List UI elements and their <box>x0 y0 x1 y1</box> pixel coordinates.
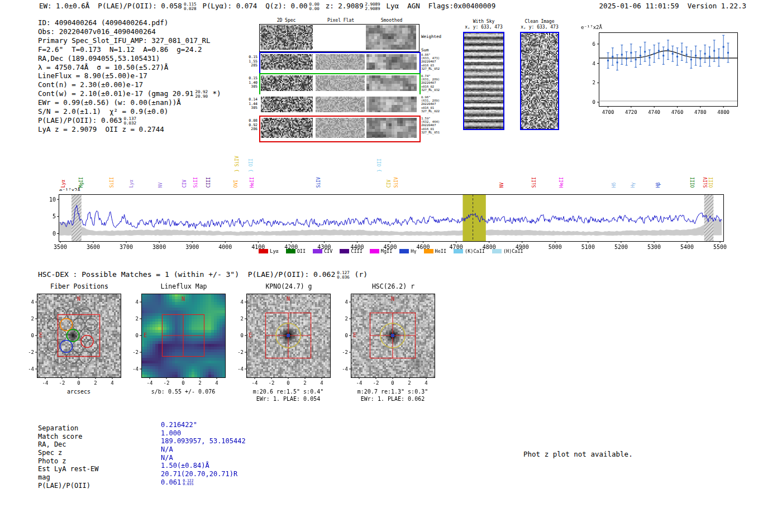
hscdex-match-line: HSC-DEX : Possible Matches = 1 (within +… <box>38 270 368 279</box>
fiber-row <box>259 94 421 117</box>
header-segment: Lyα AGN Flags:0x00400009 <box>387 2 496 10</box>
with-sky-coords: x, y: 633, 473 <box>461 25 506 30</box>
info-line: S/N = 2.0(±1.1) χ² = 0.9(±0.0) <box>38 107 221 116</box>
fiber-pixelflat-image <box>316 75 365 91</box>
match-label: mag <box>38 473 161 481</box>
match-label: Spec z <box>38 449 161 457</box>
cutout-caption: EWr: 1. PLAE: 0.054 <box>241 396 336 403</box>
legend-swatch <box>313 249 322 253</box>
fiber-smoothed-image <box>366 75 417 91</box>
legend-item: Hγ <box>399 248 416 254</box>
match-value: 1.50(±0.84)Å <box>161 462 209 469</box>
lineflux-map-image <box>121 290 228 389</box>
uncertainty-stack: 0.1220.035 <box>183 479 194 486</box>
clean-image-coords: x, y: 633, 473 <box>518 25 561 30</box>
uncertainty-stack: 0.1370.032 <box>124 117 137 125</box>
info-line: Obs: 20220407v016_4090400264 <box>38 27 221 36</box>
uncertainty-stack: 0.000.00 <box>309 2 320 11</box>
header-segment: EW: 1.0±0.6Å P(LAE)/P(OII): 0.0580.1150.… <box>39 2 197 10</box>
fiber-positions-image <box>17 290 124 389</box>
with-sky-title: With Sky <box>461 19 506 25</box>
emission-line-label: } OII <box>249 159 254 172</box>
info-line: Primary Spec_Slot_IFU_AMP: 327_081_017_R… <box>38 36 221 45</box>
fiber-2dspec-image <box>261 97 313 112</box>
legend-swatch <box>424 249 433 253</box>
uncertainty-stack: 20.9220.90 <box>195 90 208 98</box>
kpno-g-panel: KPNO(24.7) g m:20.6 re:1.5" s:0.4"EWr: 1… <box>226 282 338 405</box>
spec2d-panel: 2D Spec Pixel Flat Smoothed Weighted Sum… <box>246 17 452 142</box>
uncertainty-stack: 0.1150.028 <box>184 2 197 11</box>
legend-item: HeII <box>424 248 446 254</box>
header-segment: z: 2.90892.90892.9089 <box>326 2 381 10</box>
clean-image <box>520 32 559 130</box>
match-row: P(LAE)/P(OII)0.0610.1220.035 <box>38 482 295 490</box>
info-line: LineFlux = 8.90(±5.00)e-17 <box>38 71 221 80</box>
info-line: Cont(n) = 2.30(±0.00)e-17 <box>38 80 221 89</box>
fiber-smoothed-image <box>366 97 417 112</box>
weighted-sum-row <box>259 24 419 52</box>
info-line: RA,Dec (189.094055,53.105431) <box>38 54 221 63</box>
cutout-caption: s/b: 0.55 +/- 0.076 <box>136 389 231 396</box>
fiber-positions-panel: Fiber Positions arcsecs <box>17 282 128 405</box>
cutout-title: HSC(26.2) r <box>351 282 436 290</box>
cutout-captions: m:20.7 re:1.3" s:0.3"EWr: 1. PLAE: 0.062 <box>345 389 440 402</box>
info-line: ID: 4090400264 (4090400264.pdf) <box>38 18 221 27</box>
match-value: 0.0610.1220.035 <box>161 478 194 486</box>
col-header-2dspec: 2D Spec <box>260 18 313 23</box>
clean-image-title: Clean Image <box>518 19 561 25</box>
elixer-report-page: EW: 1.0±0.6Å P(LAE)/P(OII): 0.0580.1150.… <box>0 0 782 532</box>
match-value: 1.000 <box>161 429 181 437</box>
weighted-smoothed-image <box>366 25 416 50</box>
col-header-smoothed: Smoothed <box>366 18 417 23</box>
with-sky-image <box>463 32 504 130</box>
cutout-captions: arcsecs <box>31 389 126 396</box>
fiber-row <box>259 116 421 142</box>
info-line: P(LAE)/P(OII): 0.0630.1370.032 <box>38 116 221 125</box>
fiber-row <box>259 52 421 74</box>
timestamp: 2025-01-06 11:01:59 Version 1.22.3 <box>599 2 746 10</box>
cutout-captions: m:20.6 re:1.5" s:0.4"EWr: 1. PLAE: 0.054 <box>241 389 336 402</box>
match-label: Est LyA rest-EW <box>38 465 161 473</box>
legend-item: CIV <box>313 248 332 254</box>
info-line: F=2.6" T=0.173 N=1.12 A=0.86 g=24.2 <box>38 45 221 54</box>
cutout-title: KPNO(24.7) g <box>246 282 331 290</box>
fiber-smoothed-image <box>366 118 417 138</box>
fiber-row <box>259 73 421 95</box>
emission-line-label: } SiIV <box>235 156 240 172</box>
legend-item: MgII <box>370 248 392 254</box>
cutout-caption: arcsecs <box>31 389 126 396</box>
match-label: RA, Dec <box>38 440 161 448</box>
fiber-row-meta: 1.59"(632, 464)20220407v016_01327_RL_051 <box>421 117 440 134</box>
line-fit-zoom-chart <box>580 23 742 121</box>
match-label: Match score <box>38 433 161 440</box>
uncertainty-stack: 0.1270.036 <box>337 271 350 279</box>
fiber-2dspec-image <box>261 118 313 138</box>
lineflux-map-panel: Lineflux Map s/b: 0.55 +/- 0.076 <box>121 282 233 405</box>
full-spectrum-chart <box>39 191 743 255</box>
uncertainty-stack: 2.90892.9089 <box>365 2 380 11</box>
cutout-captions: s/b: 0.55 +/- 0.076 <box>136 389 231 396</box>
clean-image-panel: Clean Image x, y: 633, 473 <box>518 19 561 130</box>
cutout-caption: EWr: 1. PLAE: 0.062 <box>345 396 440 403</box>
match-table: Separation0.216422"Match score1.000RA, D… <box>38 424 295 490</box>
info-line: EWr = 0.99(±0.56) (w: 0.00(±nan))Å <box>38 98 221 107</box>
legend-swatch <box>370 249 379 253</box>
cutout-title: Fiber Positions <box>37 282 122 290</box>
legend-swatch <box>286 249 295 253</box>
legend-swatch <box>399 249 409 253</box>
match-value: 189.093957, 53.105442 <box>161 437 246 445</box>
cutout-caption: m:20.7 re:1.3" s:0.3" <box>345 389 440 396</box>
match-label: Photo z <box>38 457 161 465</box>
legend-swatch <box>454 249 463 253</box>
fiber-row-meta: 0.86"(633, 473)20220407v016_03327_RL_052 <box>421 53 440 70</box>
match-value: N/A <box>161 454 173 462</box>
legend-swatch <box>340 249 349 253</box>
info-line: Cont(w) = 2.10(±0.01)e-17 (gmag 20.9120.… <box>38 89 221 98</box>
with-sky-panel: With Sky x, y: 633, 473 <box>461 19 506 130</box>
weighted-2dspec-image <box>260 25 313 50</box>
legend-item: (K)CaII <box>454 248 485 254</box>
match-value: 0.216422" <box>161 421 197 429</box>
match-value: N/A <box>161 445 173 453</box>
legend-item: CIII <box>340 248 362 254</box>
match-label: Separation <box>38 424 161 432</box>
